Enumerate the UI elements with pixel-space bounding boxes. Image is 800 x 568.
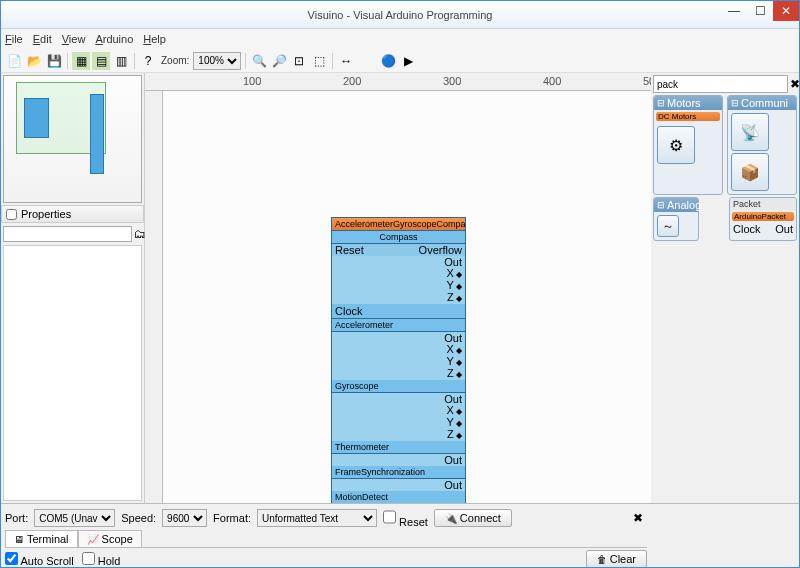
ruler-tick: 200	[343, 75, 361, 87]
menu-arduino[interactable]: Arduino	[95, 33, 133, 45]
search-clear-icon[interactable]: ✖	[790, 75, 800, 93]
ruler-horizontal: 100 200 300 400 500	[145, 73, 651, 91]
reset-checkbox[interactable]: Reset	[383, 508, 428, 528]
titlebar: Visuino - Visual Arduino Programming — ☐…	[1, 1, 799, 29]
separator	[332, 53, 333, 69]
format-label: Format:	[213, 512, 251, 524]
ruler-tick: 100	[243, 75, 261, 87]
save-icon[interactable]: 💾	[45, 52, 63, 70]
node-section: FrameSynchronization	[332, 466, 465, 479]
minimap-node	[24, 98, 49, 138]
menubar: File Edit View Arduino Help	[1, 29, 799, 49]
tab-scope[interactable]: 📈 Scope	[78, 530, 142, 547]
properties-filter-input[interactable]	[3, 226, 132, 242]
palette-group-title[interactable]: ⊟ Communi	[728, 96, 796, 110]
new-icon[interactable]: 📄	[5, 52, 23, 70]
window-buttons: — ☐ ✕	[721, 1, 799, 21]
serial-options: Auto Scroll Hold 🗑 Clear	[5, 550, 647, 568]
main: Properties 🗂 📋 📑 ✖ 100 200 300 400 500 A…	[1, 73, 799, 503]
zoom-region-icon[interactable]: ⬚	[310, 52, 328, 70]
pin-out[interactable]: Out	[444, 479, 462, 491]
pin-y[interactable]: Y	[446, 416, 453, 428]
zoom-fit-icon[interactable]: ⊡	[290, 52, 308, 70]
pin-overflow[interactable]: Overflow	[419, 244, 462, 256]
palette-search-row: ✖ 👤 📦 ⚙	[653, 75, 797, 93]
pin-y[interactable]: Y	[446, 355, 453, 367]
node-title: AccelerometerGyroscopeCompass1	[332, 218, 465, 231]
menu-view[interactable]: View	[62, 33, 86, 45]
zoom-select[interactable]: 100%	[193, 52, 241, 70]
view3-icon[interactable]: ▥	[112, 52, 130, 70]
ruler-tick: 500	[643, 75, 651, 87]
component-palette: ✖ 👤 📦 ⚙ ⊟ Motors DC Motors ⚙ ⊟ Communi 📡…	[651, 73, 799, 503]
serial-header: Port: COM5 (Unav Speed: 9600 Format: Unf…	[5, 508, 647, 528]
pin-out[interactable]: Out	[444, 454, 462, 466]
auto-scroll-checkbox[interactable]: Auto Scroll	[5, 552, 74, 567]
close-button[interactable]: ✕	[773, 1, 799, 21]
zoom-in-icon[interactable]: 🔍	[250, 52, 268, 70]
separator	[245, 53, 246, 69]
open-icon[interactable]: 📂	[25, 52, 43, 70]
palette-group-title[interactable]: ⊟ Analog	[654, 198, 698, 212]
palette-search-input[interactable]	[653, 75, 788, 93]
separator	[134, 53, 135, 69]
pin-z[interactable]: Z	[447, 291, 454, 303]
serial-tabs: 🖥 Terminal 📈 Scope	[5, 530, 647, 548]
menu-edit[interactable]: Edit	[33, 33, 52, 45]
speed-label: Speed:	[121, 512, 156, 524]
properties-header: Properties	[1, 205, 144, 223]
pin-reset[interactable]: Reset	[335, 244, 364, 256]
view1-icon[interactable]: ▦	[72, 52, 90, 70]
hold-checkbox[interactable]: Hold	[82, 552, 121, 567]
tab-terminal[interactable]: 🖥 Terminal	[5, 530, 78, 547]
pin-x[interactable]: X	[446, 404, 453, 416]
port-select[interactable]: COM5 (Unav	[34, 509, 115, 527]
palette-item-motor[interactable]: ⚙	[657, 126, 695, 164]
pin-x[interactable]: X	[446, 267, 453, 279]
zoom-label: Zoom:	[161, 55, 189, 66]
properties-toolbar: 🗂 📋 📑 ✖	[1, 223, 144, 245]
toolbar: 📄 📂 💾 ▦ ▤ ▥ ? Zoom: 100% 🔍 🔎 ⊡ ⬚ ↔ 🔵 ▶	[1, 49, 799, 73]
help-icon[interactable]: ?	[139, 52, 157, 70]
palette-item-comm2[interactable]: 📦	[731, 153, 769, 191]
upload-icon[interactable]: ▶	[399, 52, 417, 70]
pin-y[interactable]: Y	[446, 279, 453, 291]
palette-group-title[interactable]: ⊟ Motors	[654, 96, 722, 110]
palette-group-analog: ⊟ Analog ～	[653, 197, 699, 241]
palette-group-communication: ⊟ Communi 📡📦	[727, 95, 797, 195]
minimize-button[interactable]: —	[721, 1, 747, 21]
serial-panel: Port: COM5 (Unav Speed: 9600 Format: Unf…	[1, 504, 651, 568]
clear-button[interactable]: 🗑 Clear	[586, 550, 647, 568]
separator	[67, 53, 68, 69]
node-accelerometer[interactable]: AccelerometerGyroscopeCompass1 Compass R…	[331, 217, 466, 503]
speed-select[interactable]: 9600	[162, 509, 207, 527]
pin-z[interactable]: Z	[447, 428, 454, 440]
format-select[interactable]: Unformatted Text	[257, 509, 377, 527]
connect-button[interactable]: 🔌 Connect	[434, 509, 512, 527]
properties-label: Properties	[21, 208, 71, 220]
palette-item-analog[interactable]: ～	[657, 215, 679, 237]
pin-z[interactable]: Z	[447, 367, 454, 379]
maximize-button[interactable]: ☐	[747, 1, 773, 21]
node-section: Clock	[332, 304, 465, 319]
palette-group-packet: Packet ArduinoPacket ClockOut	[729, 197, 797, 241]
arduino-icon[interactable]: 🔵	[379, 52, 397, 70]
canvas[interactable]: AccelerometerGyroscopeCompass1 Compass R…	[145, 91, 651, 503]
pin-x[interactable]: X	[446, 343, 453, 355]
ruler-tick: 300	[443, 75, 461, 87]
node-section: MotionDetect	[332, 491, 465, 503]
menu-file[interactable]: File	[5, 33, 23, 45]
node-section: Gyroscope	[332, 380, 465, 393]
serial-close-icon[interactable]: ✖	[629, 509, 647, 527]
minimap[interactable]	[3, 75, 142, 203]
ruler-tick: 400	[543, 75, 561, 87]
arrange-icon[interactable]: ↔	[337, 52, 355, 70]
view2-icon[interactable]: ▤	[92, 52, 110, 70]
palette-group-title[interactable]: Packet	[730, 198, 796, 210]
menu-help[interactable]: Help	[143, 33, 166, 45]
palette-item-comm1[interactable]: 📡	[731, 113, 769, 151]
minimap-node	[90, 94, 104, 174]
properties-toggle[interactable]	[6, 209, 17, 220]
palette-subcategory: DC Motors	[656, 112, 720, 121]
zoom-out-icon[interactable]: 🔎	[270, 52, 288, 70]
